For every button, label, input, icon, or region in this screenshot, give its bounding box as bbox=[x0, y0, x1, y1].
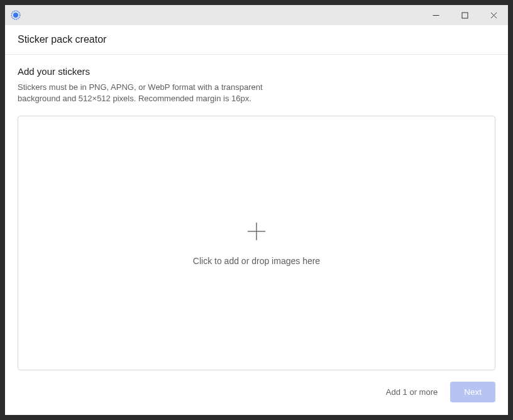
page-header: Sticker pack creator bbox=[5, 25, 508, 55]
maximize-button[interactable] bbox=[450, 5, 479, 25]
sticker-dropzone[interactable]: Click to add or drop images here bbox=[18, 116, 495, 370]
content-area: Add your stickers Stickers must be in PN… bbox=[5, 55, 508, 382]
window-controls bbox=[421, 5, 508, 25]
minimize-button[interactable] bbox=[421, 5, 450, 25]
titlebar bbox=[5, 5, 508, 25]
svg-rect-3 bbox=[462, 13, 468, 18]
next-button[interactable]: Next bbox=[450, 382, 495, 402]
footer: Add 1 or more Next bbox=[5, 382, 508, 415]
section-title: Add your stickers bbox=[18, 66, 495, 77]
close-button[interactable] bbox=[479, 5, 508, 25]
signal-app-icon bbox=[10, 9, 21, 21]
footer-hint: Add 1 or more bbox=[386, 387, 438, 397]
page-title: Sticker pack creator bbox=[18, 34, 495, 45]
dropzone-text: Click to add or drop images here bbox=[193, 256, 320, 266]
plus-icon bbox=[246, 221, 267, 245]
svg-point-1 bbox=[13, 13, 18, 18]
section-description: Stickers must be in PNG, APNG, or WebP f… bbox=[18, 82, 307, 104]
app-window: Sticker pack creator Add your stickers S… bbox=[5, 5, 508, 415]
